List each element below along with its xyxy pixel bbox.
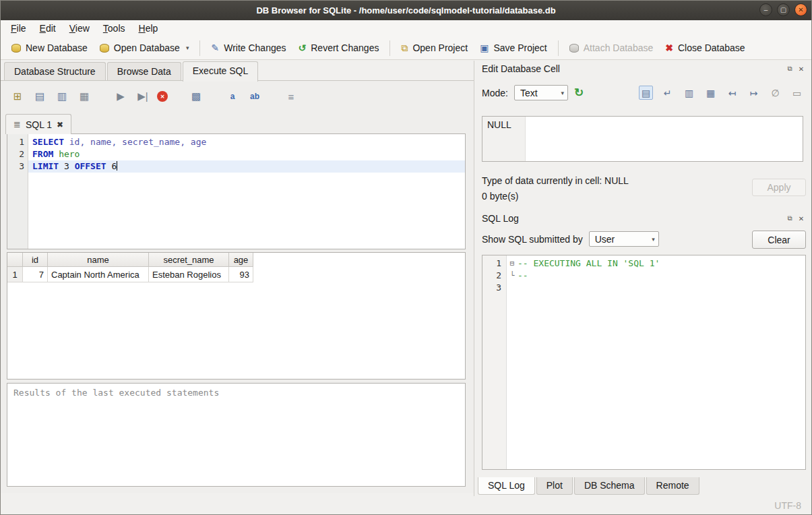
row-number-cell[interactable]: 1 <box>7 267 23 282</box>
toolbar-separator <box>389 40 390 56</box>
auto-apply-icon[interactable]: ↻ <box>574 86 584 100</box>
log-line-number: 2 <box>482 270 501 282</box>
line-number: 2 <box>7 148 24 160</box>
open-database-button[interactable]: Open Database ▾ <box>94 40 195 56</box>
tab-browse-data[interactable]: Browse Data <box>107 62 181 81</box>
close-database-icon: ✖ <box>665 43 673 53</box>
menubar: File Edit View Tools Help <box>0 20 812 36</box>
export-cell-icon[interactable]: ↦ <box>747 86 761 100</box>
log-line-number: 1 <box>482 258 501 270</box>
find-replace-icon[interactable]: ab <box>247 88 263 104</box>
header-id[interactable]: id <box>23 253 48 266</box>
float-panel-icon[interactable]: ⧉ <box>786 214 794 222</box>
menu-edit[interactable]: Edit <box>33 22 63 35</box>
cell-name[interactable]: Captain North America <box>48 267 149 282</box>
save-icon[interactable]: ▦ <box>704 86 718 100</box>
sql-keyword: LIMIT <box>32 161 59 171</box>
tab-remote[interactable]: Remote <box>646 477 699 495</box>
open-project-label: Open Project <box>412 42 468 53</box>
fold-marker-icon[interactable]: ⊟ <box>507 258 518 270</box>
import-cell-icon[interactable]: ↤ <box>725 86 739 100</box>
word-wrap-icon[interactable]: ↵ <box>660 86 675 100</box>
edit-cell-mode-row: Mode: Text ▾ ↻ <box>482 85 584 100</box>
cell-editor[interactable]: NULL <box>482 116 803 162</box>
format-sql-icon[interactable]: ≡ <box>283 88 299 104</box>
mode-value: Text <box>520 88 538 98</box>
set-null-icon[interactable]: ∅ <box>768 86 782 100</box>
header-name[interactable]: name <box>48 253 149 266</box>
cell-id[interactable]: 7 <box>23 267 48 282</box>
open-sql-file-icon[interactable]: ▤ <box>32 88 48 104</box>
header-secret-name[interactable]: secret_name <box>149 253 229 266</box>
attach-database-icon <box>569 44 579 53</box>
sql-identifiers: id, name, secret_name, age <box>64 137 206 147</box>
new-database-button[interactable]: New Database <box>5 40 94 56</box>
window-title: DB Browser for SQLite - /home/user/code/… <box>256 5 555 16</box>
results-table-header: id name secret_name age <box>7 253 253 267</box>
print-icon[interactable]: ▦ <box>76 88 92 104</box>
window-controls: – ▢ ✕ <box>759 3 807 16</box>
line-number: 3 <box>7 160 24 173</box>
titlebar[interactable]: DB Browser for SQLite - /home/user/code/… <box>0 0 812 20</box>
tab-execute-sql[interactable]: Execute SQL <box>183 61 259 82</box>
menu-file[interactable]: File <box>4 22 33 35</box>
submitted-by-select[interactable]: User ▾ <box>589 231 659 247</box>
tab-db-schema[interactable]: DB Schema <box>574 477 645 495</box>
tab-database-structure[interactable]: Database Structure <box>4 62 106 81</box>
cell-age[interactable]: 93 <box>229 267 253 282</box>
execute-line-icon[interactable]: ▶| <box>135 88 151 104</box>
sql-tab-close-icon[interactable]: ✖ <box>57 120 63 129</box>
text-cursor <box>117 161 117 171</box>
cell-size-info: 0 byte(s) <box>482 191 518 202</box>
sql-code-area[interactable]: SELECT id, name, secret_name, age FROM h… <box>28 134 465 249</box>
save-project-label: Save Project <box>493 42 546 53</box>
execute-all-icon[interactable]: ▶ <box>113 88 129 104</box>
encoding-indicator[interactable]: UTF-8 <box>774 500 801 511</box>
write-changes-button[interactable]: ✎ Write Changes <box>205 40 292 56</box>
clear-log-button[interactable]: Clear <box>752 231 806 249</box>
sql-editor[interactable]: 1 2 3 SELECT id, name, secret_name, age … <box>7 133 466 249</box>
log-line-1: ⊟ -- EXECUTING ALL IN 'SQL 1' <box>507 258 805 270</box>
revert-changes-button[interactable]: ↺ Revert Changes <box>292 40 385 56</box>
find-icon[interactable]: a <box>224 88 241 104</box>
revert-changes-label: Revert Changes <box>311 42 379 53</box>
print-cell-icon[interactable]: ▭ <box>790 86 804 100</box>
main-tab-bar: Database Structure Browse Data Execute S… <box>0 61 474 81</box>
close-panel-icon[interactable]: ✕ <box>797 65 805 73</box>
table-row: 1 7 Captain North America Esteban Rogeli… <box>7 267 253 282</box>
menu-help[interactable]: Help <box>132 22 165 35</box>
export-results-icon[interactable]: ▩ <box>188 88 204 104</box>
submitted-by-value: User <box>595 234 615 245</box>
close-panel-icon[interactable]: ✕ <box>797 214 805 222</box>
menu-tools[interactable]: Tools <box>96 22 132 35</box>
corner-header-cell[interactable] <box>7 253 23 266</box>
save-project-button[interactable]: ▣ Save Project <box>474 40 553 56</box>
save-sql-file-icon[interactable]: ▥ <box>54 88 70 104</box>
minimize-button[interactable]: – <box>759 3 772 16</box>
maximize-button[interactable]: ▢ <box>777 3 790 16</box>
mode-select[interactable]: Text ▾ <box>514 85 568 100</box>
cell-secret-name[interactable]: Esteban Rogelios <box>149 267 229 282</box>
tab-plot[interactable]: Plot <box>536 477 573 495</box>
sql-log-viewer[interactable]: 1 2 3 ⊟ -- EXECUTING ALL IN 'SQL 1' └ -- <box>482 255 806 470</box>
close-button[interactable]: ✕ <box>794 3 807 16</box>
sql-tab-label: SQL 1 <box>26 119 52 130</box>
log-line-number: 3 <box>482 282 501 294</box>
open-project-button[interactable]: ⧉ Open Project <box>395 40 474 56</box>
close-database-button[interactable]: ✖ Close Database <box>659 40 751 56</box>
tab-sql-log[interactable]: SQL Log <box>478 477 535 495</box>
open-database-dropdown-icon[interactable]: ▾ <box>186 44 189 51</box>
stop-execution-icon[interactable]: ✕ <box>157 91 168 102</box>
chevron-down-icon: ▾ <box>652 236 655 243</box>
sql-editor-tab[interactable]: ≣ SQL 1 ✖ <box>5 114 71 134</box>
copy-icon[interactable]: ▥ <box>682 86 696 100</box>
text-view-icon[interactable]: ▤ <box>639 86 653 100</box>
header-age[interactable]: age <box>229 253 253 266</box>
menu-view[interactable]: View <box>63 22 96 35</box>
results-message-pane[interactable]: Results of the last executed statements <box>7 383 466 487</box>
write-changes-label: Write Changes <box>224 42 286 53</box>
float-panel-icon[interactable]: ⧉ <box>786 65 794 73</box>
new-sql-tab-icon[interactable]: ⊞ <box>9 88 26 104</box>
attach-database-button: Attach Database <box>563 40 660 56</box>
bottom-tab-bar: SQL Log Plot DB Schema Remote <box>478 477 699 495</box>
